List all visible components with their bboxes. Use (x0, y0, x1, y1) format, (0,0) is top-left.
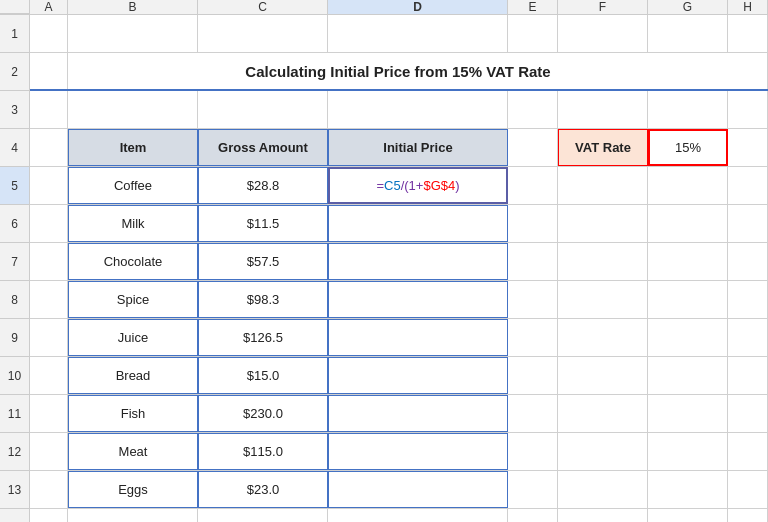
row-num-8[interactable]: 8 (0, 281, 29, 319)
row-num-10[interactable]: 10 (0, 357, 29, 395)
row-num-5[interactable]: 5 (0, 167, 29, 205)
cell-g13[interactable] (648, 471, 728, 508)
cell-c8-gross[interactable]: $98.3 (198, 281, 328, 318)
cell-f12[interactable] (558, 433, 648, 470)
cell-e3[interactable] (508, 91, 558, 128)
cell-h13[interactable] (728, 471, 768, 508)
cell-c1[interactable] (198, 15, 328, 52)
cell-a6[interactable] (30, 205, 68, 242)
cell-f3[interactable] (558, 91, 648, 128)
cell-h10[interactable] (728, 357, 768, 394)
cell-g3[interactable] (648, 91, 728, 128)
cell-h9[interactable] (728, 319, 768, 356)
cell-f1[interactable] (558, 15, 648, 52)
cell-h3[interactable] (728, 91, 768, 128)
cell-f10[interactable] (558, 357, 648, 394)
cell-e5[interactable] (508, 167, 558, 204)
row-num-2[interactable]: 2 (0, 53, 29, 91)
cell-f14[interactable] (558, 509, 648, 522)
cell-h8[interactable] (728, 281, 768, 318)
cell-a1[interactable] (30, 15, 68, 52)
cell-e1[interactable] (508, 15, 558, 52)
col-header-b[interactable]: B (68, 0, 198, 14)
row-num-4[interactable]: 4 (0, 129, 29, 167)
cell-d11[interactable] (328, 395, 508, 432)
cell-c10-gross[interactable]: $15.0 (198, 357, 328, 394)
row-num-13[interactable]: 13 (0, 471, 29, 509)
cell-b12-item[interactable]: Meat (68, 433, 198, 470)
row-num-6[interactable]: 6 (0, 205, 29, 243)
cell-c11-gross[interactable]: $230.0 (198, 395, 328, 432)
cell-d5-formula[interactable]: =C5/(1+$G$4) (328, 167, 508, 204)
cell-b10-item[interactable]: Bread (68, 357, 198, 394)
row-num-3[interactable]: 3 (0, 91, 29, 129)
cell-h6[interactable] (728, 205, 768, 242)
cell-a7[interactable] (30, 243, 68, 280)
cell-d1[interactable] (328, 15, 508, 52)
cell-e4[interactable] (508, 129, 558, 166)
cell-e7[interactable] (508, 243, 558, 280)
cell-b6-item[interactable]: Milk (68, 205, 198, 242)
cell-f13[interactable] (558, 471, 648, 508)
cell-e9[interactable] (508, 319, 558, 356)
col-header-d[interactable]: D (328, 0, 508, 14)
cell-h1[interactable] (728, 15, 768, 52)
cell-c5-gross[interactable]: $28.8 (198, 167, 328, 204)
cell-b5-item[interactable]: Coffee (68, 167, 198, 204)
cell-g7[interactable] (648, 243, 728, 280)
cell-h4[interactable] (728, 129, 768, 166)
cell-b11-item[interactable]: Fish (68, 395, 198, 432)
cell-g11[interactable] (648, 395, 728, 432)
col-header-f[interactable]: F (558, 0, 648, 14)
cell-a14[interactable] (30, 509, 68, 522)
cell-b9-item[interactable]: Juice (68, 319, 198, 356)
cell-f11[interactable] (558, 395, 648, 432)
cell-g12[interactable] (648, 433, 728, 470)
row-num-7[interactable]: 7 (0, 243, 29, 281)
col-header-e[interactable]: E (508, 0, 558, 14)
cell-e14[interactable] (508, 509, 558, 522)
col-header-g[interactable]: G (648, 0, 728, 14)
cell-b13-item[interactable]: Eggs (68, 471, 198, 508)
cell-g9[interactable] (648, 319, 728, 356)
cell-g5[interactable] (648, 167, 728, 204)
cell-e11[interactable] (508, 395, 558, 432)
cell-e13[interactable] (508, 471, 558, 508)
cell-c7-gross[interactable]: $57.5 (198, 243, 328, 280)
cell-c13-gross[interactable]: $23.0 (198, 471, 328, 508)
cell-f9[interactable] (558, 319, 648, 356)
cell-e12[interactable] (508, 433, 558, 470)
cell-d8[interactable] (328, 281, 508, 318)
cell-b8-item[interactable]: Spice (68, 281, 198, 318)
cell-a9[interactable] (30, 319, 68, 356)
col-header-c[interactable]: C (198, 0, 328, 14)
row-num-9[interactable]: 9 (0, 319, 29, 357)
vat-label[interactable]: VAT Rate (558, 129, 648, 166)
cell-e6[interactable] (508, 205, 558, 242)
cell-f6[interactable] (558, 205, 648, 242)
cell-f7[interactable] (558, 243, 648, 280)
cell-f8[interactable] (558, 281, 648, 318)
cell-a5[interactable] (30, 167, 68, 204)
cell-b14[interactable] (68, 509, 198, 522)
cell-f5[interactable] (558, 167, 648, 204)
cell-a11[interactable] (30, 395, 68, 432)
cell-d13[interactable] (328, 471, 508, 508)
cell-a13[interactable] (30, 471, 68, 508)
cell-d6[interactable] (328, 205, 508, 242)
cell-e8[interactable] (508, 281, 558, 318)
cell-b7-item[interactable]: Chocolate (68, 243, 198, 280)
row-num-1[interactable]: 1 (0, 15, 29, 53)
cell-c6-gross[interactable]: $11.5 (198, 205, 328, 242)
cell-a2[interactable] (30, 53, 68, 89)
cell-g6[interactable] (648, 205, 728, 242)
cell-d10[interactable] (328, 357, 508, 394)
header-gross-amount[interactable]: Gross Amount (198, 129, 328, 166)
cell-h14[interactable] (728, 509, 768, 522)
cell-a3[interactable] (30, 91, 68, 128)
col-header-h[interactable]: H (728, 0, 768, 14)
cell-d9[interactable] (328, 319, 508, 356)
header-item[interactable]: Item (68, 129, 198, 166)
cell-h7[interactable] (728, 243, 768, 280)
cell-g1[interactable] (648, 15, 728, 52)
